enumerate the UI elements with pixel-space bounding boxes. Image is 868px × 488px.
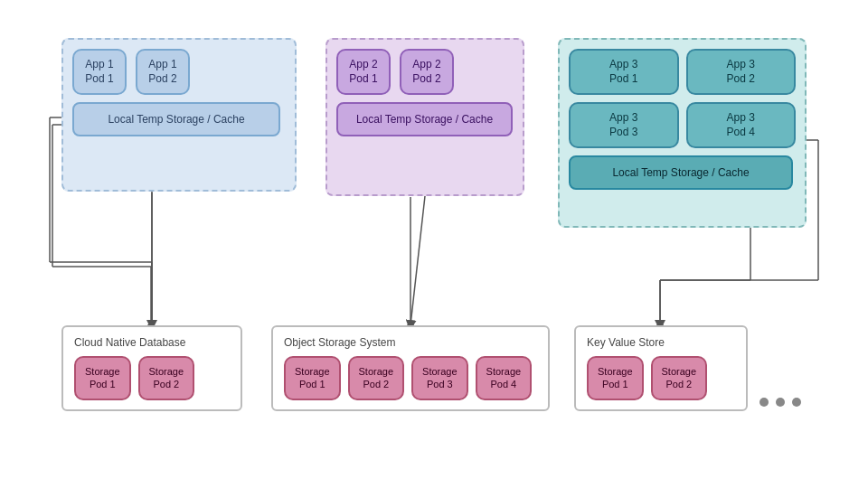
app2-pods-row: App 2Pod 1 App 2Pod 2 — [336, 49, 514, 95]
kv-pod2: StoragePod 2 — [651, 356, 708, 400]
app1-cluster: App 1Pod 1 App 1Pod 2 Local Temp Storage… — [61, 38, 297, 192]
kv-store-title: Key Value Store — [587, 336, 735, 349]
kv-pod1: StoragePod 1 — [587, 356, 644, 400]
obj-pod3: StoragePod 3 — [411, 356, 468, 400]
kv-store-pods: StoragePod 1 StoragePod 2 — [587, 356, 735, 400]
dot-1 — [760, 398, 769, 407]
app1-pod2: App 1Pod 2 — [136, 49, 190, 95]
app2-cluster: App 2Pod 1 App 2Pod 2 Local Temp Storage… — [326, 38, 524, 196]
obj-storage-title: Object Storage System — [284, 336, 537, 349]
cloud-native-db-title: Cloud Native Database — [74, 336, 230, 349]
kv-store-cluster: Key Value Store StoragePod 1 StoragePod … — [574, 325, 748, 411]
app1-local-storage: Local Temp Storage / Cache — [72, 102, 280, 136]
db-pod1: StoragePod 1 — [74, 356, 131, 400]
app3-cluster: App 3Pod 1 App 3Pod 2 App 3Pod 3 App 3Po… — [558, 38, 807, 228]
app3-pod4: App 3Pod 4 — [686, 102, 797, 148]
dot-2 — [776, 398, 785, 407]
cloud-native-db-cluster: Cloud Native Database StoragePod 1 Stora… — [61, 325, 242, 411]
cloud-native-db-pods: StoragePod 1 StoragePod 2 — [74, 356, 230, 400]
obj-pod2: StoragePod 2 — [348, 356, 405, 400]
app2-pod2: App 2Pod 2 — [400, 49, 454, 95]
app3-pod2: App 3Pod 2 — [686, 49, 797, 95]
db-pod2: StoragePod 2 — [138, 356, 195, 400]
obj-pod4: StoragePod 4 — [476, 356, 533, 400]
more-dots — [760, 398, 801, 407]
svg-line-1 — [410, 196, 425, 325]
obj-storage-cluster: Object Storage System StoragePod 1 Stora… — [271, 325, 550, 411]
app3-pod1: App 3Pod 1 — [569, 49, 679, 95]
obj-storage-pods: StoragePod 1 StoragePod 2 StoragePod 3 S… — [284, 356, 537, 400]
app3-local-storage: Local Temp Storage / Cache — [569, 155, 793, 190]
app1-pods-row: App 1Pod 1 App 1Pod 2 — [72, 49, 286, 95]
app2-pod1: App 2Pod 1 — [336, 49, 391, 95]
app2-local-storage: Local Temp Storage / Cache — [336, 102, 513, 136]
app3-pod3: App 3Pod 3 — [569, 102, 679, 148]
app1-pod1: App 1Pod 1 — [72, 49, 127, 95]
app3-pods-grid: App 3Pod 1 App 3Pod 2 App 3Pod 3 App 3Po… — [569, 49, 796, 148]
dot-3 — [792, 398, 801, 407]
obj-pod1: StoragePod 1 — [284, 356, 341, 400]
diagram: App 1Pod 1 App 1Pod 2 Local Temp Storage… — [0, 0, 868, 488]
